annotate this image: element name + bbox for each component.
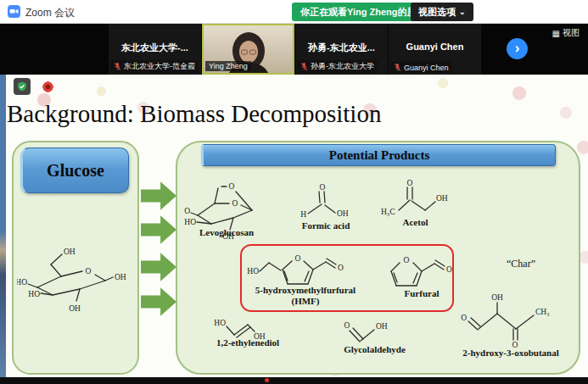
zoom-logo-icon xyxy=(8,5,20,18)
molecule-name: Glycolaldehyde xyxy=(326,344,423,354)
muted-mic-icon xyxy=(394,63,401,72)
meeting-status-icons xyxy=(14,78,53,95)
window-title: Zoom 会议 xyxy=(25,6,75,20)
atom-label: HO xyxy=(247,267,259,275)
atom-label: O xyxy=(232,199,238,208)
participant-name-label: Ying Zheng xyxy=(209,62,248,70)
hmf-structure: HO O O xyxy=(245,248,356,289)
view-mode-button[interactable]: ▦ 视图 xyxy=(552,27,580,39)
atom-label: OH xyxy=(115,273,126,281)
atom-label: OH xyxy=(376,322,388,331)
participant-tile[interactable]: Guanyi Chen Guanyi Chen xyxy=(389,24,481,75)
zoom-meeting-window: Zoom 会议 你正在观看Ying Zheng的屏幕 视图选项 ⌄ 东北农业大学… xyxy=(0,0,588,384)
decor-molecule xyxy=(577,141,588,154)
atom-label: OH xyxy=(337,209,349,218)
atom-label: OH xyxy=(64,248,76,256)
muted-mic-icon xyxy=(114,62,121,71)
view-mode-label: 视图 xyxy=(563,27,580,39)
decor-molecule xyxy=(438,78,448,88)
arrow-right-icon xyxy=(141,251,176,283)
chevron-down-icon: ⌄ xyxy=(459,8,466,16)
participant-name-tag: 孙勇-东北农业大学 xyxy=(297,60,378,73)
participant-tile-active-video[interactable]: Ying Zheng xyxy=(202,24,294,75)
participant-display-name: 东北农业大学-... xyxy=(109,42,201,54)
hmf-furfural-highlight-box: HO O O 5-hydroxymethylfurfural (HMF) O O… xyxy=(240,244,454,312)
atom-label: OH xyxy=(491,293,503,302)
atom-label: O xyxy=(229,182,235,191)
molecule-name: 1,2-ethylenediol xyxy=(201,337,294,348)
view-options-label: 视图选项 xyxy=(418,3,456,21)
furfural-structure: O O xyxy=(379,253,464,292)
molecule-name: Acetol xyxy=(379,217,451,227)
participant-tile[interactable]: 东北农业大学-... 东北农业大学-范金霞 xyxy=(109,24,201,75)
arrow-right-icon xyxy=(141,286,176,318)
molecule-name: 5-hydroxymethylfurfural xyxy=(242,285,369,295)
security-shield-icon[interactable] xyxy=(14,78,31,95)
atom-label: HO xyxy=(184,218,196,226)
products-header: Potential Products xyxy=(201,144,556,166)
decor-molecule xyxy=(512,86,526,100)
muted-mic-icon xyxy=(300,62,308,71)
participant-name-tag: Ying Zheng xyxy=(205,61,251,71)
participant-name-label: Guanyi Chen xyxy=(404,64,449,72)
atom-label: O xyxy=(86,267,92,275)
atom-label: O xyxy=(407,179,413,187)
molecule-name: Formic acid xyxy=(284,220,367,231)
oxobutanal-structure: O OH O CH₃ xyxy=(457,292,563,349)
char-label: “Char” xyxy=(507,258,574,270)
atom-label: H₃C xyxy=(381,208,395,216)
taskbar-notification-dot xyxy=(265,378,269,382)
participant-name-tag: Guanyi Chen xyxy=(390,62,452,73)
molecule-name: Levoglucosan xyxy=(184,227,269,237)
atom-label: OH xyxy=(69,304,81,313)
molecule-name: (HMF) xyxy=(242,296,369,306)
atom-label: CH₃ xyxy=(535,308,550,316)
participant-display-name: Guanyi Chen xyxy=(389,42,481,52)
participant-name-tag: 东北农业大学-范金霞 xyxy=(110,60,199,73)
arrow-right-icon xyxy=(141,214,176,246)
participant-tile[interactable]: 孙勇-东北农业... 孙勇-东北农业大学 xyxy=(295,24,388,75)
atom-label: O xyxy=(295,254,301,263)
participant-name-label: 孙勇-东北农业大学 xyxy=(311,61,374,72)
participant-name-label: 东北农业大学-范金霞 xyxy=(124,61,195,72)
atom-label: HO xyxy=(17,278,27,287)
atom-label: H xyxy=(300,210,306,219)
atom-label: HO xyxy=(184,207,190,215)
molecule-name: 2-hydroxy-3-oxobutanal xyxy=(447,348,574,358)
atom-label: OH xyxy=(436,194,448,203)
background-window-edge xyxy=(0,75,6,377)
atom-label: O xyxy=(344,321,350,330)
decor-molecule xyxy=(560,107,572,119)
atom-label: HO xyxy=(28,290,40,298)
molecule-name: Furfural xyxy=(375,288,468,298)
potential-products-panel: Potential Products O O HO HO OH Levogluc… xyxy=(176,141,580,375)
atom-label: HO xyxy=(214,319,226,327)
atom-label: O xyxy=(338,264,344,272)
participant-video-strip: 东北农业大学-... 东北农业大学-范金霞 xyxy=(0,24,588,75)
atom-label: O xyxy=(446,265,452,274)
view-options-button[interactable]: 视图选项 ⌄ xyxy=(411,3,473,21)
recording-indicator-icon[interactable] xyxy=(42,81,53,92)
grid-view-icon: ▦ xyxy=(552,29,560,38)
decor-molecule xyxy=(97,86,106,96)
slide-title: Background: Biomass Decomposition xyxy=(7,100,482,128)
participant-display-name: 孙勇-东北农业... xyxy=(295,42,388,54)
glucose-structure: OH HO HO O OH OH xyxy=(17,239,137,326)
atom-label: O xyxy=(404,256,410,264)
glycolaldehyde-structure: O OH xyxy=(340,319,408,348)
window-titlebar: Zoom 会议 你正在观看Ying Zheng的屏幕 视图选项 ⌄ xyxy=(0,0,588,24)
next-participants-button[interactable]: › xyxy=(507,38,528,59)
glucose-panel: Glucose OH HO HO O OH OH xyxy=(12,141,139,375)
arrow-right-icon xyxy=(141,180,176,212)
shared-screen-area: Background: Biomass Decomposition Glucos… xyxy=(0,75,588,377)
atom-label: O xyxy=(320,183,326,192)
taskbar xyxy=(0,377,588,384)
atom-label: O xyxy=(461,314,467,322)
glucose-box: Glucose xyxy=(20,147,129,193)
formic-acid-structure: O H OH xyxy=(296,181,356,224)
